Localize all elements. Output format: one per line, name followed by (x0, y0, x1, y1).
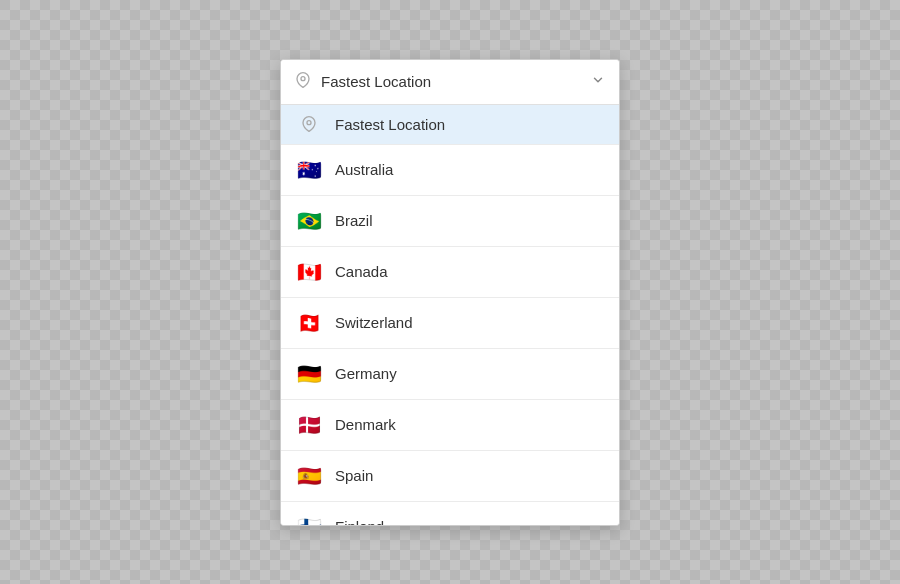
item-label: Finland (335, 518, 384, 525)
flag-icon: 🇩🇰 (295, 411, 323, 439)
list-item[interactable]: 🇨🇦 Canada (281, 247, 619, 298)
item-label: Fastest Location (335, 116, 445, 133)
flag-icon: 🇦🇺 (295, 156, 323, 184)
svg-point-1 (307, 121, 311, 125)
item-label: Canada (335, 263, 388, 280)
dropdown-header[interactable]: Fastest Location (281, 60, 619, 105)
flag-icon: 🇩🇪 (295, 360, 323, 388)
item-label: Spain (335, 467, 373, 484)
list-item[interactable]: 🇩🇪 Germany (281, 349, 619, 400)
item-label: Australia (335, 161, 393, 178)
pin-icon (295, 72, 311, 92)
list-item[interactable]: Fastest Location (281, 105, 619, 145)
flag-icon: 🇧🇷 (295, 207, 323, 235)
item-label: Denmark (335, 416, 396, 433)
flag-icon: 🇨🇭 (295, 309, 323, 337)
dropdown-list: Fastest Location 🇦🇺 Australia 🇧🇷 Brazil … (281, 105, 619, 525)
item-label: Brazil (335, 212, 373, 229)
dropdown-header-text: Fastest Location (321, 73, 591, 90)
list-item[interactable]: 🇧🇷 Brazil (281, 196, 619, 247)
pin-icon (295, 116, 323, 132)
list-item[interactable]: 🇦🇺 Australia (281, 145, 619, 196)
flag-icon: 🇫🇮 (295, 513, 323, 525)
list-item[interactable]: 🇫🇮 Finland (281, 502, 619, 525)
list-item[interactable]: 🇪🇸 Spain (281, 451, 619, 502)
list-item[interactable]: 🇩🇰 Denmark (281, 400, 619, 451)
location-dropdown[interactable]: Fastest Location Fastest Location 🇦🇺 Aus… (280, 59, 620, 526)
svg-point-0 (301, 76, 305, 80)
list-item[interactable]: 🇨🇭 Switzerland (281, 298, 619, 349)
chevron-down-icon (591, 73, 605, 90)
item-label: Germany (335, 365, 397, 382)
item-label: Switzerland (335, 314, 413, 331)
flag-icon: 🇪🇸 (295, 462, 323, 490)
flag-icon: 🇨🇦 (295, 258, 323, 286)
